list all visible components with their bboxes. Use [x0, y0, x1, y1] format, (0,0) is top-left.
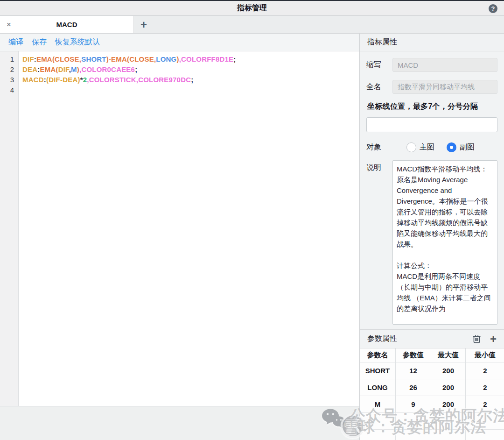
code-token: SHORT [81, 55, 106, 63]
column-header: 参数名 [360, 348, 396, 362]
add-parameter-icon[interactable]: + [490, 334, 497, 345]
code-token: DIF [49, 76, 60, 84]
code-token: MACD [22, 76, 44, 84]
code-token: ; [135, 65, 137, 73]
table-cell[interactable]: SHORT [360, 362, 396, 379]
coord-lines-label: 坐标线位置，最多7个，分号分隔 [367, 102, 497, 112]
param-table-header: 参数名参数值最大值最小值 [360, 348, 504, 362]
restore-defaults-button[interactable]: 恢复系统默认 [55, 37, 100, 47]
editor-footer [0, 406, 359, 440]
title-bar: 指标管理 ? [0, 1, 504, 16]
column-header: 参数值 [396, 348, 431, 362]
table-row-empty[interactable] [360, 413, 504, 430]
tab-bar: × MACD + [0, 16, 504, 34]
compile-button[interactable]: 编译 [8, 37, 23, 47]
fullname-field[interactable]: 指数平滑异同移动平均线 [392, 80, 497, 94]
parameters-header: 参数属性 + [360, 330, 504, 348]
radio-main-chart[interactable]: 主图 [406, 142, 434, 152]
editor-toolbar: 编译 保存 恢复系统默认 [0, 34, 359, 51]
line-number: 2 [0, 64, 18, 75]
properties-panel: 指标属性 缩写 MACD 全名 指数平滑异同移动平均线 坐标线位置，最多7个，分… [359, 34, 504, 440]
code-token: DEA [22, 65, 37, 73]
code-token: COLOR0CAEE6 [81, 65, 135, 73]
coord-lines-field[interactable] [366, 117, 497, 132]
add-tab-button[interactable]: + [134, 16, 154, 33]
main-area: 编译 保存 恢复系统默认 1234 DIF:EMA(CLOSE,SHORT)-E… [0, 34, 504, 440]
code-line[interactable]: MACD:(DIF-DEA)*2,COLORSTICK,COLORE970DC; [22, 75, 359, 85]
code-token: ; [191, 76, 193, 84]
code-token: COLORFF8D1E [181, 55, 233, 63]
code-token: 2 [83, 76, 87, 84]
code-line[interactable]: DEA:EMA(DIF,M),COLOR0CAEE6; [22, 64, 359, 75]
description-label: 说明 [366, 163, 392, 173]
abbr-field[interactable]: MACD [392, 58, 497, 72]
code-token: DEA [63, 76, 77, 84]
code-token: CLOSE [129, 55, 154, 63]
table-row[interactable]: SHORT122002 [360, 362, 504, 379]
code-token: ; [233, 55, 236, 63]
table-cell[interactable]: 26 [396, 379, 431, 396]
table-cell[interactable]: LONG [360, 379, 396, 396]
table-cell[interactable]: 200 [431, 396, 466, 412]
code-token: DIF [58, 65, 69, 73]
code-token: EMA [36, 55, 52, 63]
tab-macd[interactable]: × MACD [0, 16, 134, 33]
table-row[interactable]: LONG262002 [360, 379, 504, 396]
table-cell[interactable]: 2 [466, 379, 504, 396]
table-cell[interactable]: 12 [396, 362, 431, 379]
object-label: 对象 [366, 142, 392, 152]
column-header: 最小值 [466, 348, 504, 362]
code-lines[interactable]: DIF:EMA(CLOSE,SHORT)-EMA(CLOSE,LONG),COL… [19, 51, 359, 406]
radio-unchecked-icon[interactable] [406, 142, 416, 152]
save-button[interactable]: 保存 [32, 37, 47, 47]
delete-parameter-icon[interactable] [473, 334, 481, 343]
properties-form: 缩写 MACD 全名 指数平滑异同移动平均线 坐标线位置，最多7个，分号分隔 对… [360, 51, 504, 325]
code-token: EMA [111, 55, 127, 63]
code-token: EMA [40, 65, 56, 73]
description-textarea[interactable]: MACD指数平滑移动平均线： 原名是Moving Average Converg… [392, 160, 497, 325]
code-editor[interactable]: 1234 DIF:EMA(CLOSE,SHORT)-EMA(CLOSE,LONG… [0, 51, 359, 406]
code-line[interactable] [22, 85, 359, 95]
editor-pane: 编译 保存 恢复系统默认 1234 DIF:EMA(CLOSE,SHORT)-E… [0, 34, 359, 440]
table-row[interactable]: M92002 [360, 396, 504, 413]
table-cell[interactable]: 9 [396, 396, 431, 412]
code-token: M [71, 65, 77, 73]
table-cell[interactable]: M [360, 396, 396, 412]
code-token: LONG [156, 55, 176, 63]
code-token: DIF [22, 55, 34, 63]
window-title: 指标管理 [237, 3, 267, 13]
code-line[interactable]: DIF:EMA(CLOSE,SHORT)-EMA(CLOSE,LONG),COL… [22, 54, 359, 64]
table-cell[interactable]: 200 [431, 362, 466, 379]
code-token: COLORSTICK [89, 76, 136, 84]
abbr-label: 缩写 [366, 60, 392, 70]
line-number: 4 [0, 85, 18, 95]
parameters-section: 参数属性 + 参数名参数值最大值最小值 SHORT122002LONG26200… [360, 329, 504, 440]
param-table-filler [360, 430, 504, 440]
table-cell[interactable]: 200 [431, 379, 466, 396]
radio-sub-chart[interactable]: 副图 [447, 142, 475, 152]
column-header: 最大值 [431, 348, 466, 362]
table-cell[interactable]: 2 [466, 362, 504, 379]
line-number: 1 [0, 54, 18, 64]
tab-label: MACD [0, 21, 133, 28]
line-number: 3 [0, 75, 18, 85]
object-radio-group: 主图 副图 [406, 142, 475, 152]
code-token: COLORE970DC [138, 76, 191, 84]
indicator-manager-window: 指标管理 ? × MACD + 编译 保存 恢复系统默认 1234 DIF:EM… [0, 0, 504, 440]
param-table: 参数名参数值最大值最小值 SHORT122002LONG262002M92002 [360, 348, 504, 440]
properties-header: 指标属性 [360, 34, 504, 51]
table-cell[interactable]: 2 [466, 396, 504, 412]
help-icon[interactable]: ? [489, 4, 497, 13]
gutter: 1234 [0, 51, 19, 406]
parameters-title: 参数属性 [367, 334, 473, 344]
fullname-label: 全名 [366, 82, 392, 92]
radio-checked-icon[interactable] [447, 142, 456, 152]
code-token: CLOSE [55, 55, 79, 63]
